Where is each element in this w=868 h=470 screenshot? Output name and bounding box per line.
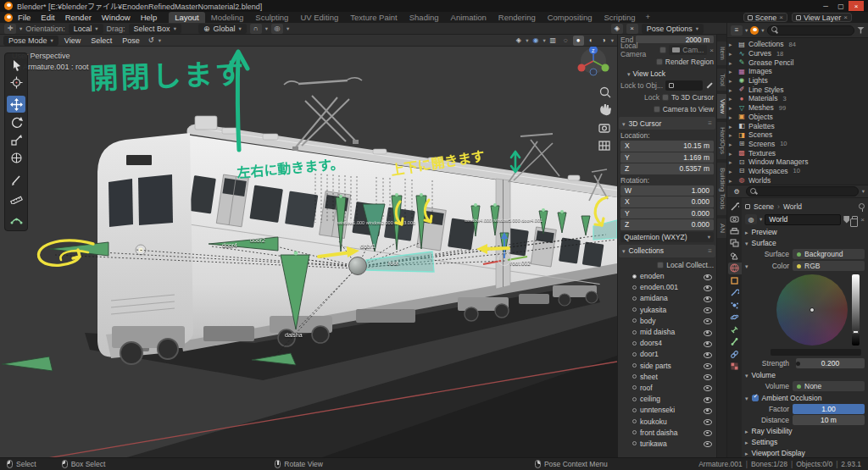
preview-panel-header[interactable]: Preview [745, 226, 865, 237]
fake-user-icon[interactable] [843, 216, 849, 224]
pose-bone-icon[interactable]: ◈ [611, 24, 623, 34]
tab-uv-editing[interactable]: UV Editing [294, 12, 344, 23]
tool-measure[interactable] [7, 189, 25, 206]
collection-row[interactable]: front daisha [620, 427, 714, 438]
visibility-eye-icon[interactable] [704, 329, 712, 336]
tool-dropdown-icon[interactable]: ▾ [19, 25, 22, 32]
collapsed-panel-header[interactable]: Viewport Display [745, 447, 865, 457]
eyedropper-icon[interactable] [705, 81, 714, 90]
menu-edit[interactable]: Edit [36, 13, 59, 22]
menu-window[interactable]: Window [97, 13, 136, 22]
tool-move[interactable] [7, 96, 25, 113]
pin-icon[interactable] [859, 203, 865, 209]
local-collections-checkbox[interactable] [657, 262, 664, 268]
sidebar-tab-building-tools[interactable]: Building Tools [717, 163, 727, 214]
sidebar-tab-hardops[interactable]: HardOps [717, 122, 727, 159]
outliner-row[interactable]: ▤ Collections 84 [729, 40, 866, 49]
distance-slider[interactable]: 10 m [793, 415, 865, 425]
collection-row[interactable]: door1 [620, 349, 714, 360]
expand-arrow-icon[interactable] [729, 86, 735, 94]
new-copy-icon[interactable] [852, 216, 858, 223]
shading-rendered-icon[interactable]: ◑ [598, 36, 609, 46]
tab-view-layer-icon[interactable] [728, 238, 742, 251]
mode-dropdown[interactable]: Pose Mode ▾ [3, 36, 58, 46]
drag-dropdown[interactable]: Select Box ▾ [129, 24, 181, 34]
tab-tool-icon[interactable] [728, 201, 742, 213]
expand-arrow-icon[interactable] [729, 113, 735, 121]
expand-arrow-icon[interactable] [729, 122, 735, 130]
local-camera-checkbox[interactable] [659, 47, 666, 53]
tool-transform[interactable] [7, 149, 25, 166]
tool-rotate[interactable] [7, 113, 25, 130]
shading-solid-icon[interactable]: ● [573, 36, 584, 46]
unlink-scene-icon[interactable]: × [779, 14, 783, 21]
tab-animation[interactable]: Animation [445, 12, 492, 23]
collection-row[interactable]: amidana [620, 293, 714, 304]
expand-arrow-icon[interactable] [729, 94, 735, 102]
active-tool-icon[interactable]: ✛ [4, 24, 16, 34]
pose-options-dropdown[interactable]: Pose Options ▾ [642, 24, 704, 34]
location-value-field[interactable]: Y1.169 m [620, 152, 714, 163]
rotation-value-field[interactable]: X0.000 [620, 196, 714, 207]
tab-bone-constraints-icon[interactable] [728, 348, 742, 361]
unlink-view-layer-icon[interactable]: × [843, 14, 848, 21]
visibility-eye-icon[interactable] [704, 440, 712, 447]
lock-to-object-field[interactable] [665, 80, 703, 91]
tab-scripting[interactable]: Scripting [598, 12, 642, 23]
tab-rendering[interactable]: Rendering [492, 12, 542, 23]
render-region-checkbox[interactable] [656, 58, 663, 65]
tab-texture-icon[interactable] [728, 361, 742, 373]
transform-orientation-dropdown[interactable]: ⊕ Global ▾ [198, 24, 247, 34]
expand-arrow-icon[interactable] [729, 130, 735, 139]
expand-arrow-icon[interactable] [729, 158, 735, 166]
visibility-eye-icon[interactable] [704, 417, 712, 425]
tab-shading[interactable]: Shading [403, 12, 445, 23]
tool-scale[interactable] [7, 131, 25, 148]
tab-constraints-icon[interactable] [728, 323, 742, 336]
surface-panel-header[interactable]: Surface [745, 237, 865, 248]
tab-particles-icon[interactable] [728, 299, 742, 312]
add-workspace-button[interactable]: + [641, 12, 654, 23]
rotation-mode-dropdown[interactable]: Quaternion (WXYZ)▾ [620, 232, 714, 242]
outliner-row[interactable]: ▽ Meshes 99 [729, 103, 866, 113]
outliner-row[interactable]: ✐ Line Styles [729, 85, 866, 94]
sidebar-tab-view[interactable]: View [717, 94, 727, 119]
shading-wireframe-icon[interactable]: ◌ [560, 36, 571, 46]
collection-row[interactable]: turikawa [620, 438, 714, 449]
strength-slider[interactable]: 0.200 [796, 358, 865, 368]
tab-output-icon[interactable] [728, 225, 742, 238]
tab-scene-icon[interactable] [728, 250, 742, 263]
tab-modifiers-icon[interactable] [728, 287, 742, 300]
expand-arrow-icon[interactable] [729, 167, 735, 175]
tool-pose-breakdowner[interactable] [7, 211, 25, 228]
tool-annotate[interactable] [7, 171, 25, 188]
lock-3d-cursor-checkbox[interactable] [662, 94, 669, 101]
visibility-eye-icon[interactable] [704, 384, 712, 391]
world-browse-icon[interactable]: ◍ [745, 214, 757, 224]
visibility-eye-icon[interactable] [704, 406, 712, 414]
collection-row[interactable]: body [620, 315, 714, 326]
outliner-row[interactable]: ✎ Grease Pencil [729, 58, 866, 67]
factor-slider[interactable]: 1.00 [793, 404, 865, 414]
view-layer-selector[interactable]: View Layer × [792, 13, 852, 22]
minimize-button[interactable]: ─ [818, 1, 833, 11]
rotation-value-field[interactable]: W1.000 [620, 185, 714, 196]
expand-arrow-icon[interactable] [729, 49, 735, 58]
tab-modeling[interactable]: Modeling [205, 12, 250, 23]
visibility-eye-icon[interactable] [704, 284, 712, 291]
expand-arrow-icon[interactable] [729, 76, 735, 85]
viewport-menu-view[interactable]: View [60, 36, 85, 45]
tab-physics-icon[interactable] [728, 312, 742, 324]
tab-texture-paint[interactable]: Texture Paint [344, 12, 403, 23]
volume-panel-header[interactable]: Volume [745, 369, 865, 380]
value-slider-handle[interactable] [853, 330, 859, 334]
collection-row[interactable]: unntenseki [620, 405, 714, 416]
tab-compositing[interactable]: Compositing [542, 12, 598, 23]
properties-filter-icon[interactable]: ⚙ [731, 186, 743, 196]
expand-arrow-icon[interactable] [729, 140, 735, 148]
visibility-eye-icon[interactable] [704, 273, 712, 280]
view-lock-expander[interactable] [627, 69, 631, 78]
color-input-button[interactable]: RGB [793, 261, 865, 271]
filter-icon[interactable] [857, 27, 865, 34]
expand-arrow-icon[interactable] [729, 149, 735, 158]
